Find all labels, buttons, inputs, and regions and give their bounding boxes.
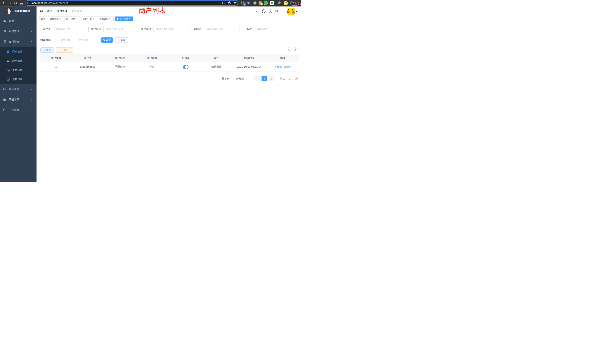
svg-text:T: T bbox=[280, 10, 282, 13]
svg-text:¥: ¥ bbox=[8, 69, 9, 71]
svg-text:y: y bbox=[265, 2, 267, 4]
svg-text:T: T bbox=[282, 10, 284, 13]
svg-text:?: ? bbox=[270, 10, 271, 12]
